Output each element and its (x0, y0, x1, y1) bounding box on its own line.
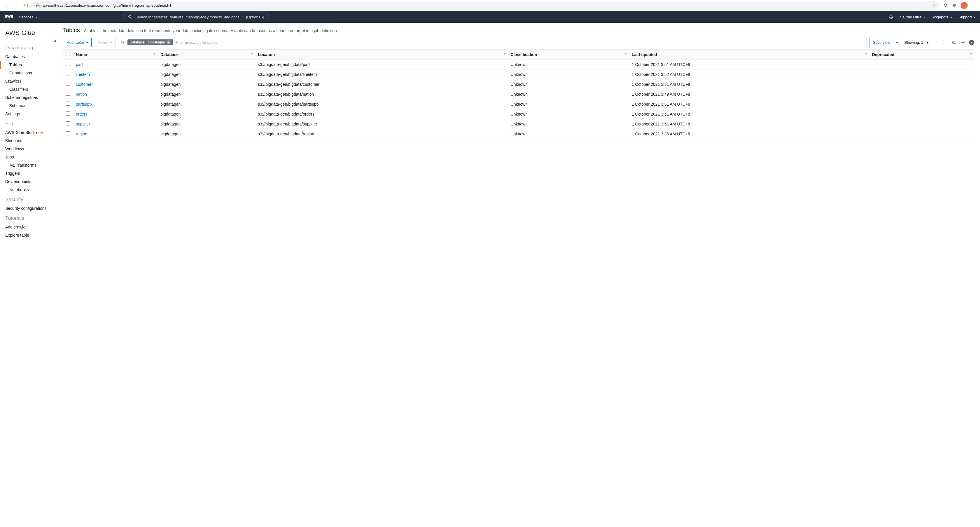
sidebar-item-security-configs[interactable]: Security configurations (0, 204, 57, 212)
select-all-checkbox[interactable] (66, 52, 70, 56)
settings-button[interactable] (959, 40, 967, 45)
browser-url-bar[interactable]: ap-southeast-1.console.aws.amazon.com/gl… (32, 2, 940, 10)
browser-menu-icon[interactable]: ⋮ (972, 3, 976, 8)
row-name-link[interactable]: nation (76, 92, 87, 97)
add-tables-button[interactable]: Add tables (63, 38, 92, 47)
page-next-button[interactable]: 〉 (942, 40, 948, 45)
sidebar-item-settings[interactable]: Settings (0, 110, 57, 118)
row-classification: Unknown (508, 59, 629, 70)
col-name[interactable]: Name▾ (73, 49, 158, 59)
table-row: customerbigdatagens3://bigdata-gen/bigda… (63, 80, 974, 89)
row-checkbox[interactable] (66, 131, 70, 135)
action-button[interactable]: Action (94, 38, 115, 47)
sidebar-item-databases[interactable]: Databases (0, 53, 57, 61)
user-label: Saurav Mitra (900, 15, 921, 19)
sidebar-item-blueprints[interactable]: Blueprints (0, 137, 57, 145)
row-database: bigdatagen (158, 119, 255, 129)
browser-back-button[interactable] (2, 2, 11, 10)
region-menu[interactable]: Singapore (931, 15, 952, 19)
sidebar-item-notebooks[interactable]: Notebooks (0, 186, 57, 194)
support-label: Support (958, 15, 972, 19)
row-name-link[interactable]: partsupp (76, 102, 92, 107)
col-location[interactable]: Location▾ (255, 49, 508, 59)
sidebar-item-dev-endpoints[interactable]: Dev endpoints (0, 177, 57, 186)
row-last-updated: 1 October 2021 3:51 AM UTC+8 (629, 99, 869, 109)
row-checkbox[interactable] (66, 62, 70, 66)
row-checkbox[interactable] (66, 111, 70, 116)
row-deprecated (869, 99, 974, 109)
row-checkbox[interactable] (66, 92, 70, 96)
row-classification: Unknown (508, 89, 629, 99)
table-row: regionbigdatagens3://bigdata-gen/bigdata… (63, 129, 974, 139)
help-button[interactable]: ? (969, 40, 974, 45)
services-menu[interactable]: Services (19, 15, 37, 19)
sidebar-item-schema-registries[interactable]: Schema registries (0, 93, 57, 102)
save-view-button[interactable]: Save view (869, 38, 894, 47)
row-checkbox[interactable] (66, 121, 70, 126)
notifications-icon[interactable] (889, 14, 893, 19)
browser-profile-avatar[interactable] (961, 2, 968, 9)
row-name-link[interactable]: lineitem (76, 72, 90, 77)
row-database: bigdatagen (158, 89, 255, 99)
row-last-updated: 1 October 2021 3:36 AM UTC+8 (629, 129, 869, 139)
action-label: Action (98, 40, 108, 45)
browser-forward-button[interactable] (12, 2, 21, 10)
search-icon (128, 14, 132, 19)
col-classification[interactable]: Classification▾ (508, 49, 629, 59)
col-last-updated[interactable]: Last updated▾ (629, 49, 869, 59)
chevron-down-icon (86, 40, 88, 45)
aws-logo[interactable]: aws⌣ (5, 14, 13, 20)
svg-point-2 (963, 42, 964, 43)
showing-text: Showing: 1 - 8 (904, 40, 929, 45)
sidebar-item-explore-table[interactable]: Explore table (0, 231, 57, 239)
page-description: A table is the metadata definition that … (84, 28, 338, 33)
row-checkbox[interactable] (66, 82, 70, 86)
row-last-updated: 1 October 2021 3:51 AM UTC+8 (629, 109, 869, 119)
sidebar-item-glue-studio[interactable]: AWS Glue StudioNew (0, 128, 57, 137)
save-view-dropdown-button[interactable] (894, 38, 900, 47)
support-menu[interactable]: Support (958, 15, 975, 19)
row-name-link[interactable]: orders (76, 112, 88, 116)
filter-input[interactable] (175, 40, 864, 45)
sort-icon: ▾ (625, 52, 627, 56)
sidebar-item-workflows[interactable]: Workflows (0, 145, 57, 153)
extensions-icon[interactable] (943, 3, 948, 8)
region-label: Singapore (931, 15, 948, 19)
sidebar-item-schemas[interactable]: Schemas (0, 102, 57, 110)
sidebar-item-connections[interactable]: Connections (0, 69, 57, 77)
page-prev-button[interactable]: 〈 (933, 40, 939, 45)
row-checkbox[interactable] (66, 72, 70, 76)
reload-icon (24, 3, 29, 8)
browser-reload-button[interactable] (22, 2, 30, 10)
sidebar-collapse-handle[interactable]: ◀ (52, 37, 57, 45)
col-deprecated[interactable]: Deprecated▾ (869, 49, 974, 59)
new-badge: New (37, 131, 43, 135)
sort-icon: ▾ (154, 52, 155, 56)
reading-list-icon[interactable] (952, 3, 957, 8)
sidebar-item-classifiers[interactable]: Classifiers (0, 85, 57, 93)
row-checkbox[interactable] (66, 102, 70, 106)
table-row: supplierbigdatagens3://bigdata-gen/bigda… (63, 119, 974, 129)
row-name-link[interactable]: region (76, 132, 87, 136)
row-deprecated (869, 70, 974, 80)
sidebar-item-jobs[interactable]: Jobs (0, 153, 57, 161)
refresh-button[interactable] (950, 40, 957, 45)
add-tables-label: Add tables (67, 40, 84, 45)
row-name-link[interactable]: supplier (76, 122, 90, 126)
sidebar-item-crawlers[interactable]: Crawlers (0, 77, 57, 85)
star-icon[interactable]: ☆ (933, 3, 936, 8)
col-database[interactable]: Database▾ (158, 49, 255, 59)
row-name-link[interactable]: part (76, 62, 83, 67)
filter-chip-database: Database : bigdatagen ✕ (127, 40, 173, 45)
sidebar-item-add-crawler[interactable]: Add crawler (0, 223, 57, 231)
filter-chip-remove-icon[interactable]: ✕ (167, 40, 171, 45)
filter-box[interactable]: Database : bigdatagen ✕ (118, 38, 867, 47)
aws-search-box[interactable]: Search for services, features, marketpla… (124, 13, 267, 21)
sidebar-item-triggers[interactable]: Triggers (0, 169, 57, 177)
row-name-link[interactable]: customer (76, 82, 93, 87)
table-row: ordersbigdatagens3://bigdata-gen/bigdata… (63, 109, 974, 119)
lock-icon (36, 3, 40, 8)
user-menu[interactable]: Saurav Mitra (900, 15, 925, 19)
sidebar-item-ml-transforms[interactable]: ML Transforms (0, 161, 57, 169)
sidebar-item-tables[interactable]: Tables (0, 61, 57, 69)
